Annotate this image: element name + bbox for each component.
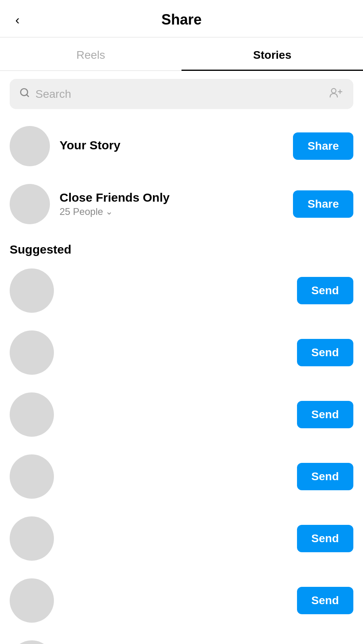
people-count: 25 People [60, 206, 103, 217]
tab-stories[interactable]: Stories [182, 37, 363, 71]
item-subtitle[interactable]: 25 People ⌄ [60, 206, 283, 217]
suggested-list: Send Send Send Send Send Send Send [0, 260, 363, 644]
add-people-icon[interactable] [329, 86, 344, 102]
avatar [10, 392, 54, 437]
send-button[interactable]: Send [297, 525, 353, 552]
avatar [10, 516, 54, 561]
svg-point-2 [332, 89, 336, 93]
list-item: Close Friends Only 25 People ⌄ Share [10, 175, 353, 233]
tab-bar: Reels Stories [0, 37, 363, 71]
list-item: Send [10, 508, 353, 570]
avatar [10, 268, 54, 313]
close-friends-share-button[interactable]: Share [293, 190, 353, 218]
search-container [0, 71, 363, 117]
story-list: Your Story Share Close Friends Only 25 P… [0, 117, 363, 233]
send-button[interactable]: Send [297, 401, 353, 428]
list-item: Send [10, 322, 353, 384]
send-button[interactable]: Send [297, 463, 353, 490]
send-button[interactable]: Send [297, 277, 353, 304]
svg-line-1 [27, 95, 29, 97]
avatar [10, 126, 50, 166]
chevron-down-icon: ⌄ [105, 206, 113, 217]
suggested-section-header: Suggested [0, 233, 363, 260]
search-bar [10, 79, 353, 109]
send-button[interactable]: Send [297, 587, 353, 614]
list-item: Send [10, 260, 353, 322]
tab-reels[interactable]: Reels [0, 37, 182, 71]
your-story-share-button[interactable]: Share [293, 132, 353, 160]
avatar [10, 578, 54, 623]
back-button[interactable]: ‹ [12, 11, 23, 29]
list-item: Send [10, 446, 353, 508]
page-title: Share [161, 11, 202, 28]
search-icon [19, 87, 30, 101]
item-info: Close Friends Only 25 People ⌄ [60, 191, 283, 217]
header: ‹ Share [0, 0, 363, 37]
avatar [10, 454, 54, 499]
list-item: Your Story Share [10, 117, 353, 175]
list-item: Send [10, 384, 353, 446]
avatar [10, 330, 54, 375]
send-button[interactable]: Send [297, 339, 353, 366]
search-input[interactable] [35, 88, 324, 101]
avatar [10, 640, 54, 644]
list-item: Send [10, 632, 353, 644]
avatar [10, 184, 50, 224]
item-name: Close Friends Only [60, 191, 283, 204]
item-name: Your Story [60, 138, 283, 152]
item-info: Your Story [60, 138, 283, 154]
list-item: Send [10, 570, 353, 632]
